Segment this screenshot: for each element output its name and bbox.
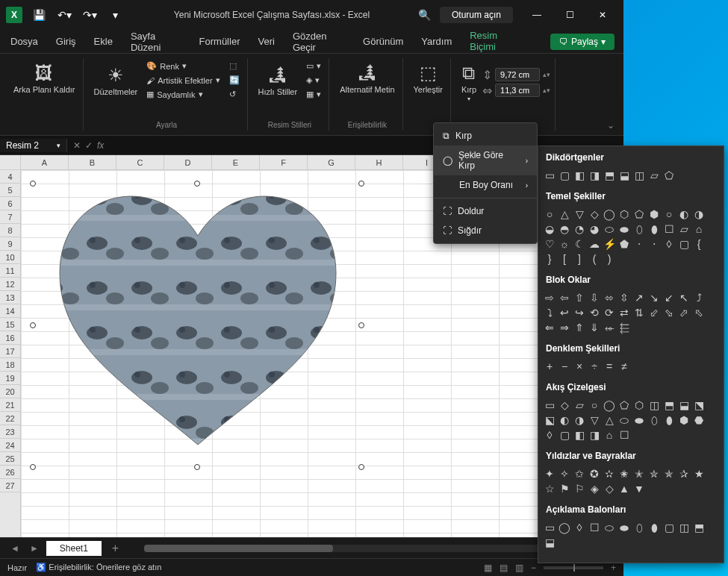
shape-option[interactable]: ◈ [588, 482, 601, 495]
shape-option[interactable]: ☐ [588, 521, 601, 534]
shape-option[interactable]: ⬬ [617, 521, 631, 534]
shape-option[interactable]: ⬒ [692, 521, 706, 534]
shape-option[interactable]: { [692, 237, 706, 251]
shape-option[interactable]: ▢ [558, 428, 571, 442]
row-header[interactable]: 10 [0, 251, 20, 264]
shape-option[interactable]: ↘ [647, 291, 661, 304]
shape-option[interactable]: ◨ [588, 428, 601, 442]
shape-option[interactable]: ( [588, 252, 601, 266]
row-header[interactable]: 6 [0, 197, 20, 210]
shape-option[interactable]: ⬔ [692, 398, 706, 412]
shape-option[interactable]: ⬒ [603, 169, 616, 182]
shape-option[interactable]: ⤵ [543, 306, 556, 319]
select-all-corner[interactable] [0, 155, 21, 170]
shape-option[interactable]: ⚡ [603, 237, 616, 251]
shape-option[interactable]: ⬭ [603, 521, 616, 534]
shape-option[interactable]: ☾ [573, 237, 586, 251]
image-selection[interactable] [33, 184, 361, 467]
row-header[interactable]: 8 [0, 224, 20, 237]
row-header[interactable]: 26 [0, 466, 20, 479]
alt-text-button[interactable]: 🏞 Alternatif Metin [337, 60, 397, 97]
shape-option[interactable]: ⬬ [617, 222, 631, 236]
shape-option[interactable]: ◇ [603, 482, 616, 495]
artistic-effects-button[interactable]: 🖌 Artistik Efektler ▾ [143, 74, 223, 87]
shape-option[interactable]: ⬀ [677, 306, 691, 319]
tab-sayfa-duzeni[interactable]: Sayfa Düzeni [129, 26, 183, 57]
color-button[interactable]: 🎨 Renk ▾ [143, 60, 223, 72]
shape-option[interactable]: ◧ [573, 169, 586, 182]
shape-option[interactable]: ✯ [662, 467, 676, 480]
row-header[interactable]: 19 [0, 372, 20, 385]
shape-option[interactable]: ⬓ [543, 536, 556, 549]
tab-dosya[interactable]: Dosya [9, 31, 40, 51]
shape-option[interactable]: ◯ [603, 207, 616, 221]
shape-option[interactable]: ⬁ [692, 306, 706, 319]
shape-option[interactable]: ▭ [543, 398, 556, 412]
ribbon-collapse-icon[interactable]: ⌄ [607, 120, 615, 131]
shape-option[interactable]: ◐ [677, 207, 691, 221]
shape-option[interactable]: ▢ [662, 521, 676, 534]
shape-option[interactable]: ⇄ [617, 306, 631, 319]
row-header[interactable]: 11 [0, 264, 20, 278]
shape-option[interactable]: ◊ [662, 237, 676, 251]
shape-option[interactable]: ◯ [558, 521, 571, 534]
sheet-nav-next-icon[interactable]: ► [27, 542, 42, 555]
shape-option[interactable]: ↗ [632, 291, 646, 304]
crop-button[interactable]: ⧉ Kırp ▾ [458, 60, 479, 105]
maximize-icon[interactable]: ☐ [555, 4, 585, 26]
shape-option[interactable]: ★ [692, 467, 706, 480]
crop-menu-fill[interactable]: ⛶Doldur [434, 201, 537, 221]
search-icon[interactable]: 🔍 [418, 9, 431, 21]
change-picture-button[interactable]: 🔄 [226, 74, 243, 87]
tab-giris[interactable]: Giriş [55, 31, 78, 51]
shape-option[interactable]: ⬭ [617, 413, 631, 427]
picture-effects-button[interactable]: ◈▾ [303, 74, 324, 87]
height-input[interactable] [495, 68, 540, 81]
compress-button[interactable]: ⬚ [226, 60, 243, 72]
column-header[interactable]: A [21, 155, 69, 169]
shape-option[interactable]: [ [558, 252, 571, 266]
tab-gorunum[interactable]: Görünüm [361, 31, 405, 51]
crop-menu-crop[interactable]: ⧉Kırp [434, 126, 537, 145]
shape-option[interactable]: ⚐ [573, 482, 586, 495]
tab-formuller[interactable]: Formüller [198, 31, 242, 51]
signin-button[interactable]: Oturum açın [440, 7, 513, 23]
qat-dropdown-icon[interactable]: ▾ [105, 5, 125, 25]
crop-menu-to-shape[interactable]: ◯Şekle Göre Kırp› [434, 145, 537, 175]
row-header[interactable]: 22 [0, 412, 20, 425]
column-header[interactable]: H [355, 155, 403, 169]
shape-option[interactable]: ⬮ [647, 222, 661, 236]
quick-styles-button[interactable]: 🏞 Hızlı Stiller [255, 62, 301, 99]
shape-option[interactable]: ☆ [543, 482, 556, 495]
tab-yardim[interactable]: Yardım [420, 31, 453, 51]
shape-option[interactable]: ◓ [558, 222, 571, 236]
shape-option[interactable]: ☐ [662, 222, 676, 236]
save-icon[interactable]: 💾 [28, 5, 49, 25]
zoom-out-icon[interactable]: − [531, 563, 536, 573]
shape-option[interactable]: ⬢ [647, 207, 661, 221]
handle-sw[interactable] [30, 464, 36, 470]
sheet-nav-prev-icon[interactable]: ◄ [7, 542, 22, 555]
shape-option[interactable]: ⬱ [617, 321, 631, 334]
shape-option[interactable]: = [603, 360, 616, 373]
shape-option[interactable]: ○ [588, 398, 601, 412]
shape-option[interactable]: ⬮ [647, 521, 661, 534]
column-header[interactable]: E [212, 155, 260, 169]
shape-option[interactable]: ⬕ [543, 413, 556, 427]
shape-option[interactable]: ▽ [573, 207, 586, 221]
normal-view-icon[interactable]: ▦ [484, 563, 492, 573]
row-header[interactable]: 13 [0, 291, 20, 304]
redo-icon[interactable]: ↷▾ [79, 5, 100, 25]
corrections-button[interactable]: ☀ Düzeltmeler [91, 62, 141, 99]
crop-menu-fit[interactable]: ⛶Sığdır [434, 221, 537, 240]
zoom-in-icon[interactable]: + [611, 563, 616, 573]
shape-option[interactable]: ☼ [558, 237, 571, 251]
shape-option[interactable]: ⌂ [603, 428, 616, 442]
shape-option[interactable]: ↩ [558, 306, 571, 319]
shape-option[interactable]: × [573, 360, 586, 373]
shape-option[interactable]: ▽ [588, 413, 601, 427]
row-header[interactable]: 9 [0, 237, 20, 251]
shape-option[interactable]: ⟳ [603, 306, 616, 319]
fx-icon[interactable]: fx [97, 140, 104, 151]
add-sheet-icon[interactable]: + [106, 542, 125, 555]
